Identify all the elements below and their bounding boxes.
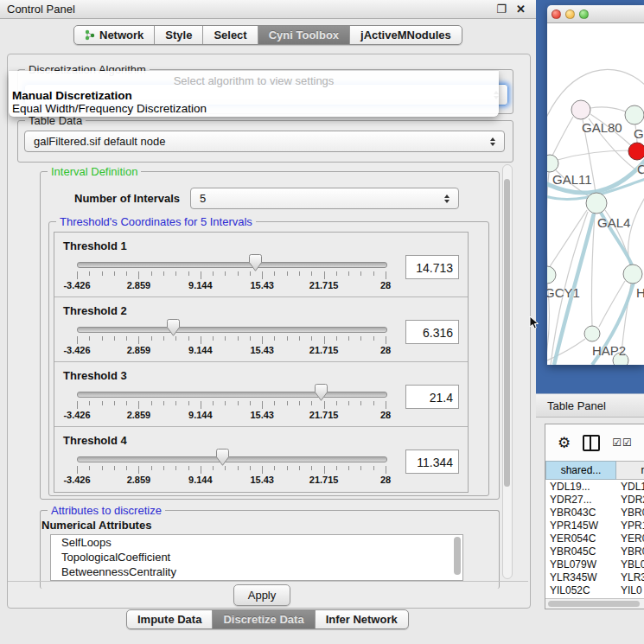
threshold-1-slider-thumb[interactable] [249, 254, 262, 271]
node-label-partial-h: H [636, 285, 644, 300]
node-gal4 [586, 193, 607, 214]
number-of-intervals-combobox[interactable]: 5 [190, 188, 459, 209]
table-row[interactable]: YLR345WYLR3 [545, 571, 644, 583]
select-columns-icons[interactable]: ☑☑ [612, 437, 633, 449]
slider-ticks [77, 466, 386, 475]
tab-style[interactable]: Style [155, 26, 203, 44]
minimize-window-icon[interactable] [565, 10, 575, 19]
threshold-3-slider-track[interactable] [77, 392, 387, 398]
panel-vertical-scrollbar[interactable] [502, 164, 513, 579]
tab-network[interactable]: Network [74, 26, 155, 44]
list-item[interactable]: SelfLoops [51, 535, 462, 550]
threshold-2-slider-thumb[interactable] [167, 319, 180, 336]
node-label-gal11: GAL11 [552, 172, 592, 187]
node-hap2 [584, 326, 600, 341]
tab-impute-data[interactable]: Impute Data [127, 610, 213, 628]
slider-tick-labels: -3.4262.8599.14415.4321.71528 [77, 410, 386, 420]
tab-select[interactable]: Select [203, 26, 258, 44]
table-data-combobox[interactable]: galFiltered.sif default node [24, 131, 505, 152]
tab-cyni-toolbox[interactable]: Cyni Toolbox [258, 26, 350, 44]
threshold-4-row: Threshold 4 -3.4262.8599.14415.4321.7152… [54, 427, 468, 492]
network-canvas[interactable]: GAL80 G C GAL11 GAL4 GCY1 H HAP2 [547, 23, 644, 365]
gear-icon[interactable]: ⚙ [558, 436, 571, 450]
table-horizontal-scrollbar[interactable] [545, 598, 644, 609]
threshold-3-slider-thumb[interactable] [315, 384, 328, 401]
dropdown-hint: Select algorithm to view settings [9, 74, 499, 87]
node-label-partial-c: C [637, 162, 644, 176]
threshold-1-slider-track[interactable] [77, 262, 387, 268]
table-row[interactable]: YDR27...YDR2 [545, 493, 644, 506]
node-label-partial-g: G [634, 126, 644, 141]
number-of-intervals-label: Number of Intervals [74, 192, 180, 205]
table-header-row: shared... name [545, 461, 644, 480]
threshold-2-row: Threshold 2 -3.4262.8599.14415.4321.7152… [54, 297, 468, 362]
table-row[interactable]: YBR043CYBR0 [545, 506, 644, 519]
node-highlighted [628, 143, 644, 160]
list-item[interactable]: BetweennessCentrality [51, 564, 462, 579]
node-gal80 [571, 100, 590, 119]
table-row[interactable]: YBR045CYBR0 [545, 545, 644, 558]
list-item[interactable]: TopologicalCoefficient [51, 550, 462, 564]
table-row[interactable]: YER054CYER0 [545, 532, 644, 545]
slider-tick-labels: -3.4262.8599.14415.4321.71528 [77, 475, 386, 485]
slider-ticks [77, 271, 386, 280]
float-window-icon[interactable]: ❐ [496, 3, 507, 16]
combo-stepper-icon [444, 194, 450, 203]
table-row[interactable]: YIL052CYIL0 [545, 583, 644, 596]
combo-stepper-icon [490, 137, 496, 146]
threshold-1-value-field[interactable]: 14.713 [405, 255, 459, 279]
column-header-name[interactable]: name [616, 461, 644, 480]
table-data-selected-value: galFiltered.sif default node [34, 135, 165, 148]
application-window: Control Panel ❐ ✕ Network Style Select C… [0, 0, 644, 644]
threshold-2-label: Threshold 2 [63, 304, 127, 317]
dropdown-option-manual-discretization[interactable]: Manual Discretization [12, 89, 132, 102]
node-h [623, 265, 642, 284]
zoom-window-icon[interactable] [579, 10, 589, 19]
attributes-list-scrollbar[interactable] [453, 537, 461, 577]
control-panel-tabs: Network Style Select Cyni Toolbox jActiv… [73, 25, 462, 45]
node-label-gal4: GAL4 [597, 215, 630, 230]
numerical-attributes-list[interactable]: SelfLoops TopologicalCoefficient Between… [50, 534, 463, 581]
threshold-4-slider-thumb[interactable] [216, 449, 229, 466]
table-panel-titlebar: Table Panel [536, 393, 644, 418]
numerical-attributes-label: Numerical Attributes [41, 519, 151, 532]
slider-ticks [77, 336, 386, 345]
mouse-cursor [529, 316, 539, 330]
number-of-intervals-value: 5 [200, 192, 206, 205]
interval-definition-group-title: Interval Definition [48, 165, 141, 178]
attributes-group-title: Attributes to discretize [48, 504, 165, 517]
close-window-icon[interactable] [552, 10, 561, 19]
cyni-mode-tabs: Impute Data Discretize Data Infer Networ… [126, 609, 409, 629]
threshold-2-value-field[interactable]: 6.316 [405, 320, 459, 344]
slider-tick-labels: -3.4262.8599.14415.4321.71528 [77, 345, 386, 355]
split-view-icon[interactable] [583, 435, 600, 451]
network-window: GAL80 G C GAL11 GAL4 GCY1 H HAP2 [547, 5, 644, 365]
checkbox-icon: ☑ [612, 437, 622, 449]
scrollbar-thumb[interactable] [548, 601, 640, 607]
threshold-4-slider-track[interactable] [77, 456, 387, 462]
network-window-titlebar [547, 5, 644, 23]
node-gcy1 [547, 266, 556, 284]
control-panel-titlebar: Control Panel ❐ ✕ [0, 0, 536, 19]
table-row[interactable]: YDL19...YDL1 [545, 480, 644, 493]
tab-infer-network[interactable]: Infer Network [316, 610, 408, 628]
threshold-2-slider-track[interactable] [77, 327, 387, 333]
tab-discretize-data[interactable]: Discretize Data [213, 610, 315, 628]
table-panel-title: Table Panel [547, 399, 606, 412]
table-row[interactable]: YPR145WYPR1 [545, 519, 644, 532]
column-header-shared-name[interactable]: shared... [545, 461, 616, 480]
scrollbar-thumb[interactable] [504, 179, 510, 487]
node-label-hap2: HAP2 [592, 343, 626, 358]
table-row[interactable]: YBL079WYBL0 [545, 558, 644, 571]
close-panel-icon[interactable]: ✕ [516, 3, 526, 16]
tab-jactivemnodules[interactable]: jActiveMNodules [350, 26, 462, 44]
threshold-coordinates-group-title: Threshold's Coordinates for 5 Intervals [56, 215, 256, 228]
network-graph [547, 23, 644, 365]
dropdown-option-equal-width-frequency[interactable]: Equal Width/Frequency Discretization [12, 102, 207, 115]
threshold-3-value-field[interactable]: 21.4 [405, 385, 459, 409]
threshold-rows-container: Threshold 1 -3.4262.8599.14415.4321.7152… [54, 232, 469, 493]
node-label-gal80: GAL80 [582, 120, 622, 135]
apply-button[interactable]: Apply [233, 584, 290, 606]
threshold-4-value-field[interactable]: 11.344 [405, 450, 459, 474]
table-toolbar: ⚙ ☑☑ [545, 424, 644, 461]
